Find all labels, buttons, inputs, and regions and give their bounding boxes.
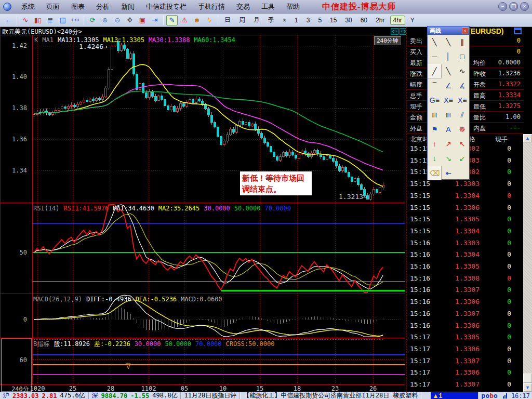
chart-region[interactable]: 欧元美元(EURUSD)<240分> ⇦ ⇨ KMA1MA13:1.3305MA… [0, 27, 406, 392]
flash-icon[interactable]: ϟ [204, 15, 215, 25]
candle-chart-icon[interactable]: ▮▯ [32, 15, 44, 25]
cycle-circle-tool[interactable]: ☸ [455, 122, 469, 137]
tape-row[interactable]: 15:171.33050 [407, 333, 524, 345]
tape-row[interactable]: 15:171.33060 [407, 345, 524, 357]
menu-分析[interactable]: 分析 [90, 1, 115, 13]
price-flag-tool[interactable]: ⚑ [428, 122, 442, 137]
draw-line-icon[interactable]: ✎ [166, 15, 178, 25]
alarm-icon[interactable]: ⚠ [179, 15, 190, 25]
period-×[interactable]: × [280, 16, 289, 25]
drag-hand-icon[interactable]: ✥ [124, 15, 136, 25]
page-left-icon[interactable]: ⇦ [391, 28, 398, 35]
tape-scrollbar[interactable]: ▲ ▼ [523, 134, 532, 392]
line-chart-icon[interactable]: ∿ [20, 15, 31, 25]
trend-line-tool[interactable]: ╲ [428, 35, 442, 49]
angle-line-tool[interactable]: ∠ [442, 78, 456, 93]
tape-row[interactable]: 15:151.33060 [407, 204, 524, 216]
zoom-out-icon[interactable]: ⊖ [112, 15, 123, 25]
vertical-cycle-tool[interactable]: |||| [428, 108, 442, 122]
period-30[interactable]: 30 [342, 16, 355, 25]
period-季[interactable]: 季 [265, 15, 277, 25]
vertical-line-tool[interactable]: │ [442, 49, 456, 64]
arrow-up-tool[interactable]: ↑ [428, 137, 442, 151]
tape-row[interactable]: 15:171.33070 [407, 380, 524, 392]
tape-row[interactable]: 15:161.33060 [407, 298, 524, 310]
period-2hr[interactable]: 2hr [373, 16, 388, 25]
tape-row[interactable]: 15:161.33040 [407, 250, 524, 262]
horizontal-line-tool[interactable]: ─ [428, 49, 442, 64]
period-周[interactable]: 周 [236, 15, 248, 25]
tape-row[interactable]: 15:161.33060 [407, 322, 524, 334]
period-15[interactable]: 15 [327, 16, 340, 25]
tape-row[interactable]: 15:161.33030 [407, 239, 524, 251]
window-next-icon[interactable]: ⇥ [149, 15, 161, 25]
segment-line-tool[interactable]: ╱ [428, 64, 442, 78]
tape-row[interactable]: 15:161.33050 [407, 262, 524, 274]
time-and-sales[interactable]: 15:151.3302015:151.3303015:151.3302015:1… [407, 144, 524, 392]
alert-badge[interactable]: ▲1 [431, 392, 478, 399]
quote-board-icon[interactable]: ≣ [45, 15, 56, 25]
eraser-tool[interactable]: ⌫ [428, 166, 442, 180]
gann-grid-tool[interactable]: G≡ [428, 93, 442, 108]
back-icon[interactable]: ← [3, 15, 14, 25]
minimize-button[interactable]: − [498, 2, 507, 11]
empty-cell[interactable] [455, 166, 469, 180]
channel-tool[interactable]: ⫽ [455, 108, 469, 122]
tape-row[interactable]: 15:161.33070 [407, 310, 524, 322]
rectangle-tool[interactable]: □ [455, 49, 469, 64]
tape-row[interactable]: 15:161.33080 [407, 274, 524, 286]
tape-row[interactable]: 15:151.33030 [407, 180, 524, 192]
maximize-button[interactable]: ❐ [509, 2, 518, 11]
period-Y[interactable]: Y [407, 16, 418, 25]
arrow-sw-tool[interactable]: ↙ [455, 151, 469, 166]
tape-row[interactable]: 15:151.33050 [407, 215, 524, 227]
fibonacci-ext-tool[interactable]: X≡ [455, 93, 469, 108]
arrow-nw-tool[interactable]: ↖ [455, 137, 469, 151]
menu-图表[interactable]: 图表 [65, 1, 90, 13]
period-日[interactable]: 日 [221, 15, 234, 25]
menu-帮助[interactable]: 帮助 [281, 1, 305, 13]
gann-fan-tool[interactable]: ∡ [455, 78, 469, 93]
ray-line-tool[interactable]: ╲ [442, 35, 456, 49]
arrow-ne-tool[interactable]: ↗ [442, 137, 456, 151]
menu-页面[interactable]: 页面 [41, 1, 65, 13]
users-icon[interactable]: ☻ [191, 15, 203, 25]
text-tool[interactable]: A [442, 122, 456, 137]
scroll-up-icon[interactable]: ▲ [523, 134, 532, 142]
menu-中信建投专栏[interactable]: 中信建投专栏 [140, 1, 192, 13]
menu-系统[interactable]: 系统 [16, 1, 41, 13]
menu-交易[interactable]: 交易 [231, 1, 256, 13]
wave-line-tool[interactable]: ∿ [455, 64, 469, 78]
scroll-down-icon[interactable]: ▼ [523, 383, 532, 392]
menu-新闻[interactable]: 新闻 [115, 1, 140, 13]
arc-tool[interactable]: ⌒ [428, 78, 442, 93]
tape-row[interactable]: 15:151.33040 [407, 227, 524, 239]
parallel-line-tool[interactable]: ∥ [455, 35, 469, 49]
order-settings-tool[interactable]: ⇤ [442, 166, 456, 180]
menu-工具[interactable]: 工具 [256, 1, 281, 13]
period-3[interactable]: 3 [303, 16, 313, 25]
period-4hr[interactable]: 4hr [390, 16, 405, 25]
zoom-in-icon[interactable]: ⊕ [99, 15, 111, 25]
arrow-se-tool[interactable]: ↘ [442, 151, 456, 166]
tape-row[interactable]: 15:171.33070 [407, 357, 524, 369]
period-5[interactable]: 5 [315, 16, 325, 25]
menu-手机行情[interactable]: 手机行情 [192, 1, 231, 13]
cycle-lines-tool[interactable]: |||| [442, 108, 456, 122]
window-cascade-icon[interactable]: ▣ [137, 15, 148, 25]
period-月[interactable]: 月 [250, 15, 263, 25]
arrow-down-tool[interactable]: ↓ [428, 151, 442, 166]
draw-toolbar[interactable]: 画线 × ╲╲∥─│□╱╲∿⌒∠∡G≡X≡X≡||||||||⫽⚑A☸↑↗↖↓↘… [427, 26, 470, 180]
f10-icon[interactable]: F10 [70, 15, 81, 25]
close-icon[interactable]: × [462, 28, 468, 34]
fibonacci-tool[interactable]: X≡ [442, 93, 456, 108]
scroll-thumb[interactable] [523, 374, 532, 383]
period-60[interactable]: 60 [357, 16, 370, 25]
tape-row[interactable]: 15:161.33070 [407, 286, 524, 298]
ray-dot-tool[interactable]: ╲ [442, 64, 456, 78]
close-button[interactable]: × [520, 2, 529, 11]
news-icon[interactable]: ▤ [57, 15, 69, 25]
tape-row[interactable]: 15:151.33040 [407, 192, 524, 204]
tape-row[interactable]: 15:171.33060 [407, 368, 524, 380]
period-1[interactable]: 1 [291, 16, 301, 25]
